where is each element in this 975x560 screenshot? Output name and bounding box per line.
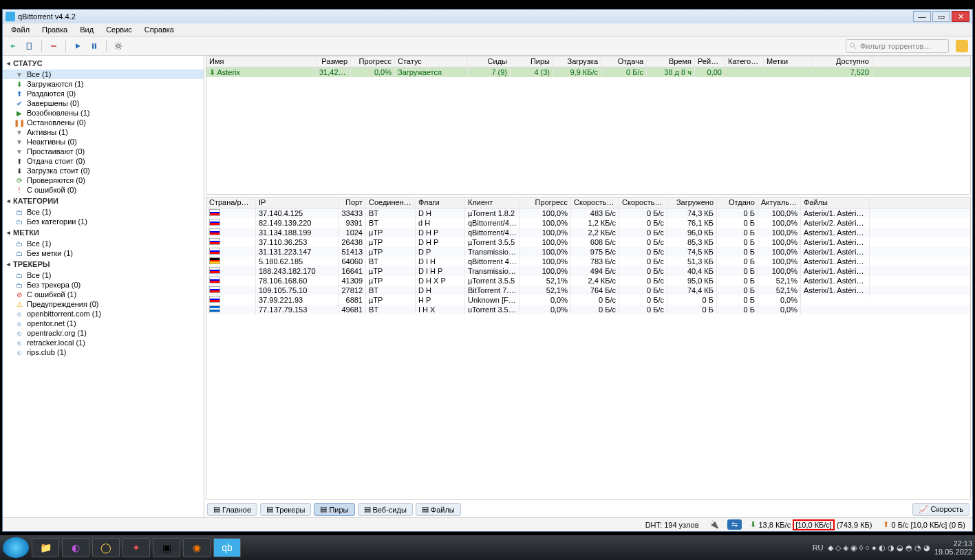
task-chrome[interactable]: ◯ — [92, 538, 120, 557]
pause-button[interactable] — [88, 40, 100, 52]
col-header[interactable]: Загружено — [667, 197, 717, 208]
sidebar-item[interactable]: ⚠Предупреждения (0) — [3, 299, 204, 309]
tab-webseeds[interactable]: ▤ Веб-сиды — [358, 503, 413, 516]
minimize-button[interactable]: — — [913, 11, 931, 22]
table-row[interactable]: 188.243.182.17016641µTPD I H PTransmissi… — [206, 266, 970, 276]
table-row[interactable]: 109.105.75.1027812BTD HBitTorrent 7.10.5… — [206, 286, 970, 295]
sidebar-section-labels[interactable]: МЕТКИ — [3, 226, 204, 239]
sidebar-item[interactable]: ▶Возобновлены (1) — [3, 108, 204, 118]
tray-icons[interactable]: ◆ ◇ ◈ ◉ ◊ ○ ● ◐ ◑ ◒ ◓ ◔ ◕ — [828, 543, 930, 552]
col-header[interactable]: Пиры — [511, 56, 553, 67]
sidebar-item[interactable]: ⊘С ошибкой (1) — [3, 290, 204, 299]
filter-input[interactable]: Фильтр торрентов… — [846, 39, 949, 53]
sidebar-item[interactable]: ▼Простаивают (0) — [3, 147, 204, 156]
table-row[interactable]: 5.180.62.18564060BTD I HqBittorrent 4.4.… — [206, 257, 970, 266]
col-header[interactable]: Актуальность — [758, 197, 801, 208]
dht-status[interactable]: DHT: 194 узлов — [643, 521, 702, 529]
sidebar-item[interactable]: ⎋retracker.local (1) — [3, 338, 204, 347]
sidebar-item[interactable]: ⬇Загрузка стоит (0) — [3, 166, 204, 175]
lang-indicator[interactable]: RU — [813, 543, 824, 552]
col-header[interactable]: Порт — [339, 197, 366, 208]
tab-general[interactable]: ▤ Главное — [207, 503, 257, 516]
col-header[interactable]: IP — [256, 197, 339, 208]
alt-speed-button[interactable]: ⇋ — [727, 519, 742, 530]
task-app3[interactable]: ▣ — [153, 538, 180, 557]
plug-icon[interactable]: 🔌 — [707, 520, 722, 529]
table-row[interactable]: 78.106.168.6041309µTPD H X PµTorrent 3.5… — [206, 276, 970, 286]
peers-grid[interactable]: Страна/регионIPПортСоединениеФлагиКлиент… — [206, 197, 971, 500]
sidebar-item[interactable]: ▼Все (1) — [3, 69, 204, 79]
sidebar-item[interactable]: 🗀Все (1) — [3, 207, 204, 217]
add-torrent-file-button[interactable] — [23, 40, 36, 52]
col-header[interactable]: Отдано — [717, 197, 758, 208]
table-row[interactable]: 37.110.36.25326438µTPD H PµTorrent 3.5.5… — [206, 237, 970, 247]
tab-speed[interactable]: 📈 Скорость — [912, 503, 969, 516]
col-header[interactable]: Клиент — [465, 197, 520, 208]
sidebar-section-status[interactable]: СТАТУС — [3, 57, 204, 69]
col-header[interactable]: Прогресс — [520, 197, 571, 208]
col-header[interactable]: Категория — [725, 56, 764, 67]
sidebar-item[interactable]: !С ошибкой (0) — [3, 185, 204, 195]
menu-Правка[interactable]: Правка — [36, 24, 73, 35]
sidebar-section-trackers[interactable]: ТРЕКЕРЫ — [3, 258, 204, 270]
table-row[interactable]: 31.131.223.14751413µTPD PTransmission 2.… — [206, 247, 970, 257]
sidebar-item[interactable]: 🗀Без метки (1) — [3, 248, 204, 258]
col-header[interactable]: Сиды — [468, 56, 511, 67]
taskbar[interactable]: 📁 ◐ ◯ ✦ ▣ ◉ qb RU ◆ ◇ ◈ ◉ ◊ ○ ● ◐ ◑ ◒ ◓ … — [0, 535, 975, 560]
table-row[interactable]: 37.140.4.12533433BTD HµTorrent 1.8.2100,… — [206, 208, 970, 218]
col-header[interactable]: Имя — [206, 56, 317, 67]
col-header[interactable]: Страна/регион — [206, 197, 256, 208]
task-app2[interactable]: ✦ — [122, 538, 150, 557]
sidebar-item[interactable]: 🗀Все (1) — [3, 239, 204, 248]
sidebar-item[interactable]: 🗀Без категории (1) — [3, 217, 204, 226]
sidebar-item[interactable]: ⬇Загружаются (1) — [3, 79, 204, 89]
sidebar-item[interactable]: 🗀Без трекера (0) — [3, 280, 204, 290]
resume-button[interactable] — [72, 40, 84, 52]
titlebar[interactable]: qBittorrent v4.4.2 — ▭ ✕ — [3, 10, 972, 23]
col-header[interactable]: Прогресс — [351, 56, 395, 67]
col-header[interactable]: Соединение — [366, 197, 416, 208]
col-header[interactable]: Рейтинг — [695, 56, 725, 67]
table-row[interactable]: 31.134.188.1991024µTPD H PqBittorrent/4.… — [206, 228, 970, 237]
close-button[interactable]: ✕ — [952, 11, 969, 22]
sidebar-item[interactable]: 🗀Все (1) — [3, 270, 204, 280]
sidebar-section-categories[interactable]: КАТЕГОРИИ — [3, 195, 204, 207]
start-button[interactable] — [3, 537, 29, 558]
task-qbittorrent[interactable]: qb — [213, 538, 241, 557]
col-header[interactable]: Доступно — [812, 56, 872, 67]
col-header[interactable]: Метки — [764, 56, 812, 67]
menu-Вид[interactable]: Вид — [74, 24, 99, 35]
col-header[interactable]: Файлы — [801, 197, 870, 208]
sidebar-item[interactable]: ✔Завершены (0) — [3, 98, 204, 108]
clock-time[interactable]: 22:13 — [934, 539, 972, 548]
col-header[interactable]: Отдача — [601, 56, 647, 67]
menu-Сервис[interactable]: Сервис — [100, 24, 138, 35]
col-header[interactable]: Статус — [395, 56, 468, 67]
settings-button[interactable] — [112, 40, 125, 52]
col-header[interactable]: Флаги — [416, 197, 465, 208]
upload-speed[interactable]: ⬆ 0 Б/с [10,0 КБ/с] (0 Б) — [880, 520, 968, 529]
sidebar-item[interactable]: ⬆Раздаются (0) — [3, 89, 204, 98]
sidebar-item[interactable]: ⟳Проверяются (0) — [3, 175, 204, 185]
sidebar-item[interactable]: ⬆Отдача стоит (0) — [3, 156, 204, 166]
table-row[interactable]: 37.99.221.936881µTPH PUnknown [FD6j…0,0%… — [206, 295, 970, 305]
sidebar-item[interactable]: ❚❚Остановлены (0) — [3, 118, 204, 127]
col-header[interactable]: Размер — [317, 56, 351, 67]
task-app1[interactable]: ◐ — [62, 538, 89, 557]
clock-date[interactable]: 19.05.2022 — [934, 548, 972, 556]
sidebar-item[interactable]: ⎋openbittorrent.com (1) — [3, 309, 204, 319]
tab-trackers[interactable]: ▤ Трекеры — [260, 503, 311, 516]
menu-Файл[interactable]: Файл — [6, 24, 35, 35]
sidebar-item[interactable]: ▼Неактивны (0) — [3, 137, 204, 147]
sidebar-item[interactable]: ⎋rips.club (1) — [3, 347, 204, 357]
system-tray[interactable]: RU ◆ ◇ ◈ ◉ ◊ ○ ● ◐ ◑ ◒ ◓ ◔ ◕ 22:13 19.05… — [813, 539, 972, 556]
sidebar-item[interactable]: ▼Активны (1) — [3, 127, 204, 137]
add-torrent-link-button[interactable] — [7, 40, 19, 52]
table-row[interactable]: 82.149.139.2209391BTd HqBittorrent/4.3.9… — [206, 218, 970, 228]
tab-peers[interactable]: ▤ Пиры — [314, 503, 354, 516]
table-row[interactable]: 77.137.79.15349681BTI H XuTorrent 3.5.5.… — [206, 305, 970, 314]
col-header[interactable]: Загрузка — [553, 56, 601, 67]
lock-icon[interactable] — [956, 40, 968, 52]
menu-Справка[interactable]: Справка — [139, 24, 180, 35]
torrents-grid[interactable]: ИмяРазмерПрогрессСтатусСидыПирыЗагрузкаО… — [206, 56, 971, 195]
